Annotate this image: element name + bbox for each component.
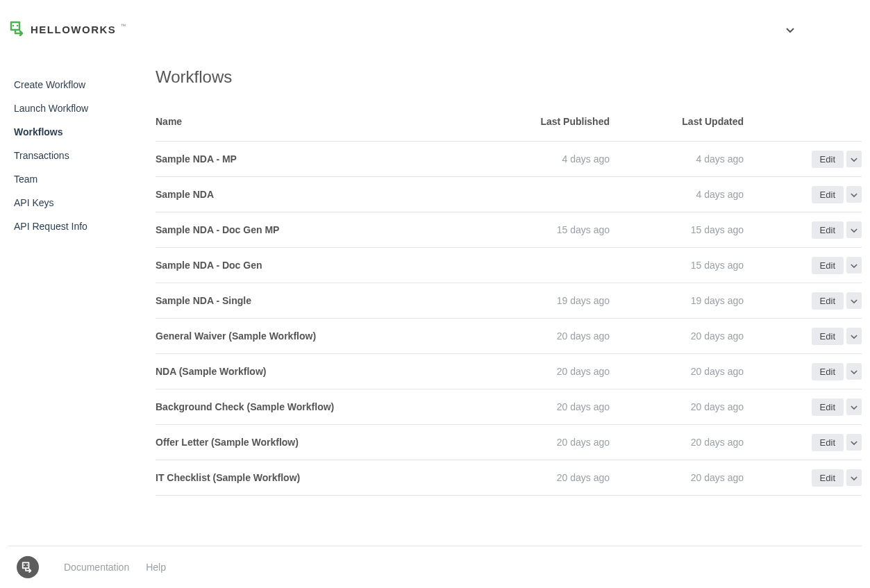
logo-icon (10, 21, 26, 39)
chevron-down-icon (851, 154, 858, 165)
last-published: 20 days ago (476, 472, 610, 483)
last-published: 19 days ago (476, 295, 610, 306)
chevron-down-icon (851, 473, 858, 483)
row-actions: Edit (744, 328, 862, 345)
table-row: Sample NDA - MP4 days ago4 days agoEdit (156, 142, 862, 177)
more-actions-button[interactable] (846, 363, 862, 380)
edit-button[interactable]: Edit (812, 363, 844, 380)
last-published: 20 days ago (476, 437, 610, 448)
last-updated: 15 days ago (610, 224, 744, 235)
edit-button[interactable]: Edit (812, 186, 844, 203)
last-updated: 4 days ago (610, 153, 744, 165)
workflow-name[interactable]: NDA (Sample Workflow) (156, 366, 476, 377)
header: HELLOWORKS ™ (0, 0, 870, 59)
last-published: 15 days ago (476, 224, 610, 235)
more-actions-button[interactable] (846, 221, 862, 238)
table-row: NDA (Sample Workflow)20 days ago20 days … (156, 354, 862, 389)
workflow-name[interactable]: Background Check (Sample Workflow) (156, 401, 476, 412)
more-actions-button[interactable] (846, 292, 862, 309)
table-row: Sample NDA4 days agoEdit (156, 177, 862, 212)
workflow-name[interactable]: IT Checklist (Sample Workflow) (156, 472, 476, 483)
more-actions-button[interactable] (846, 398, 862, 415)
row-actions: Edit (744, 469, 862, 487)
logo[interactable]: HELLOWORKS ™ (10, 21, 126, 39)
chevron-down-icon (786, 28, 794, 33)
page-title: Workflows (156, 67, 862, 87)
chevron-down-icon (851, 402, 858, 412)
row-actions: Edit (744, 398, 862, 416)
more-actions-button[interactable] (846, 328, 862, 344)
chevron-down-icon (851, 367, 858, 377)
table-header: Name Last Published Last Updated (156, 116, 862, 142)
row-actions: Edit (744, 151, 862, 168)
header-updated: Last Updated (610, 116, 744, 127)
edit-button[interactable]: Edit (812, 221, 844, 239)
chevron-down-icon (851, 225, 858, 235)
last-published: 20 days ago (476, 330, 610, 342)
row-actions: Edit (744, 292, 862, 310)
edit-button[interactable]: Edit (812, 292, 844, 310)
last-published: 4 days ago (476, 153, 610, 165)
chevron-down-icon (851, 296, 858, 306)
row-actions: Edit (744, 186, 862, 203)
table-row: Sample NDA - Doc Gen MP15 days ago15 day… (156, 212, 862, 248)
header-actions (744, 116, 862, 127)
sidebar: Create WorkflowLaunch WorkflowWorkflowsT… (0, 59, 147, 496)
svg-point-0 (12, 24, 15, 26)
row-actions: Edit (744, 257, 862, 274)
last-updated: 15 days ago (610, 260, 744, 271)
table-row: Sample NDA - Single19 days ago19 days ag… (156, 283, 862, 319)
sidebar-item-launch-workflow[interactable]: Launch Workflow (14, 96, 147, 120)
trademark: ™ (120, 23, 126, 29)
chevron-down-icon (851, 190, 858, 200)
edit-button[interactable]: Edit (812, 398, 844, 416)
sidebar-item-team[interactable]: Team (14, 167, 147, 191)
workflow-name[interactable]: Offer Letter (Sample Workflow) (156, 437, 476, 448)
edit-button[interactable]: Edit (812, 328, 844, 345)
brand-text: HELLOWORKS (31, 24, 116, 35)
chevron-down-icon (851, 260, 858, 271)
edit-button[interactable]: Edit (812, 151, 844, 168)
sidebar-item-api-keys[interactable]: API Keys (14, 191, 147, 215)
row-actions: Edit (744, 363, 862, 380)
workflow-name[interactable]: Sample NDA - Single (156, 295, 476, 306)
sidebar-item-create-workflow[interactable]: Create Workflow (14, 73, 147, 96)
svg-point-2 (24, 564, 25, 566)
table-row: Offer Letter (Sample Workflow)20 days ag… (156, 425, 862, 460)
more-actions-button[interactable] (846, 151, 862, 167)
edit-button[interactable]: Edit (812, 469, 844, 487)
footer-help-link[interactable]: Help (146, 562, 166, 573)
footer-logo-icon[interactable] (17, 556, 39, 578)
more-actions-button[interactable] (846, 469, 862, 486)
chevron-down-icon (851, 437, 858, 448)
header-name: Name (156, 116, 476, 127)
last-updated: 20 days ago (610, 366, 744, 377)
workflow-name[interactable]: Sample NDA - Doc Gen (156, 260, 476, 271)
workflow-name[interactable]: General Waiver (Sample Workflow) (156, 330, 476, 342)
chevron-down-icon (851, 331, 858, 342)
row-actions: Edit (744, 434, 862, 451)
last-published: 20 days ago (476, 366, 610, 377)
last-published: 20 days ago (476, 401, 610, 412)
sidebar-item-api-request-info[interactable]: API Request Info (14, 215, 147, 238)
svg-point-1 (17, 24, 19, 26)
account-menu[interactable] (786, 24, 860, 36)
workflows-table: Name Last Published Last Updated Sample … (156, 116, 862, 496)
more-actions-button[interactable] (846, 434, 862, 451)
footer-documentation-link[interactable]: Documentation (64, 562, 129, 573)
workflow-name[interactable]: Sample NDA (156, 189, 476, 200)
footer: Documentation Help (8, 546, 862, 588)
more-actions-button[interactable] (846, 257, 862, 274)
last-updated: 4 days ago (610, 189, 744, 200)
more-actions-button[interactable] (846, 186, 862, 203)
table-row: IT Checklist (Sample Workflow)20 days ag… (156, 460, 862, 496)
row-actions: Edit (744, 221, 862, 239)
main-content: Workflows Name Last Published Last Updat… (147, 59, 870, 496)
workflow-name[interactable]: Sample NDA - Doc Gen MP (156, 224, 476, 235)
sidebar-item-transactions[interactable]: Transactions (14, 144, 147, 167)
edit-button[interactable]: Edit (812, 434, 844, 451)
header-published: Last Published (476, 116, 610, 127)
sidebar-item-workflows[interactable]: Workflows (14, 120, 147, 144)
workflow-name[interactable]: Sample NDA - MP (156, 153, 476, 165)
edit-button[interactable]: Edit (812, 257, 844, 274)
